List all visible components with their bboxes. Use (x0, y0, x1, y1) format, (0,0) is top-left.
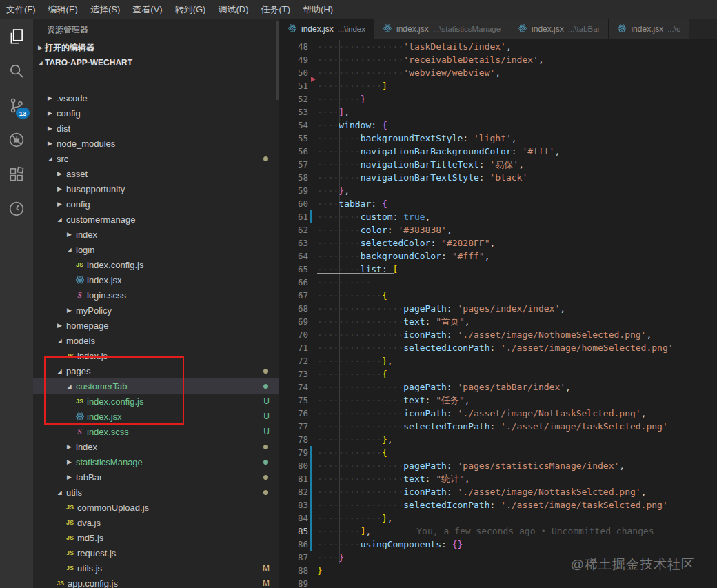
file-label: commonUpload.js (77, 503, 149, 513)
whitespace-dots: ················ (317, 460, 403, 471)
search-icon[interactable] (0, 54, 33, 88)
whitespace-dots: ············ (317, 434, 382, 445)
workspace-root[interactable]: ◢ TARO-APP-WECHART (33, 55, 279, 70)
whitespace-dots: ············ (317, 447, 382, 458)
tree-row-index.js[interactable]: JSindex.js (33, 348, 279, 363)
token: } (361, 94, 366, 104)
open-editors-section[interactable]: ▶ 打开的编辑器 (33, 40, 279, 55)
line-number: 50 (279, 66, 308, 79)
menu-item-7[interactable]: 任务(T) (254, 0, 296, 19)
code-line-58: 58········navigationBarTextStyle: 'black… (279, 171, 717, 184)
whitespace-dots: ········ (317, 172, 361, 183)
tree-row-busopportunity[interactable]: ▶busopportunity (33, 181, 279, 196)
menu-item-4[interactable]: 查看(V) (126, 0, 168, 19)
tree-row-commonUpload.js[interactable]: JScommonUpload.js (33, 500, 279, 515)
menu-item-2[interactable]: 编辑(E) (42, 0, 84, 19)
whitespace-dots: ········ (317, 225, 361, 235)
token: } (382, 434, 387, 445)
tree-row-utils.js[interactable]: JSutils.jsM (33, 560, 279, 576)
code-line-76: 76················iconPath: './asset/ima… (279, 407, 717, 420)
line-content: ····], (312, 105, 350, 119)
code-line-65: 65········list: [ (279, 263, 717, 276)
tree-row-dva.js[interactable]: JSdva.js (33, 515, 279, 530)
token: navigationBarTextStyle (361, 172, 479, 183)
tab-3[interactable]: index.jsx...\tabBar (509, 19, 609, 39)
line-content: ····window: { (312, 119, 387, 132)
whitespace-dots: ········ (317, 159, 361, 170)
tree-row-src[interactable]: ◢src (33, 151, 279, 166)
sidebar-scrollbar[interactable] (276, 21, 279, 100)
menu-item-5[interactable]: 转到(G) (169, 0, 212, 19)
whitespace-dots: ········ (317, 264, 361, 274)
tree-row-homepage[interactable]: ▶homepage (33, 318, 279, 333)
menu-item-8[interactable]: 帮助(H) (296, 0, 339, 19)
tree-row-models[interactable]: ◢models (33, 333, 279, 348)
token: backgroundTextStyle (361, 133, 463, 143)
tree-row-index[interactable]: ▶index (33, 439, 279, 454)
tree-row-dist[interactable]: ▶dist (33, 121, 279, 136)
tree-row-index.config.js[interactable]: JSindex.config.js (33, 257, 279, 272)
tree-row-customerTab[interactable]: ◢customerTab (33, 378, 279, 394)
tree-row-statisticsManage[interactable]: ▶statisticsManage (33, 454, 279, 469)
tree-row-tabBar[interactable]: ▶tabBar (33, 469, 279, 485)
tree-row-app.config.js[interactable]: JSapp.config.jsM (33, 576, 279, 588)
code-line-54: 54····window: { (279, 119, 717, 132)
token: selectedIconPath (403, 343, 489, 353)
tree-row-index.config.js[interactable]: JSindex.config.jsU (33, 394, 279, 409)
tab-1[interactable]: index.jsx...\index (279, 19, 374, 39)
js-file-icon: JS (65, 352, 75, 359)
source-control-icon[interactable]: 13 (0, 88, 33, 123)
token: , (465, 316, 470, 327)
menu-item-6[interactable]: 调试(D) (212, 0, 254, 19)
line-number: 75 (279, 394, 308, 407)
line-content: ············}, (312, 354, 393, 367)
tree-row-request.js[interactable]: JSrequest.js (33, 545, 279, 560)
tree-row-index.scss[interactable]: Sindex.scssU (33, 424, 279, 439)
tree-row-asset[interactable]: ▶asset (33, 166, 279, 181)
tree-row-.vscode[interactable]: ▶.vscode (33, 90, 279, 105)
line-number: 71 (279, 341, 308, 354)
tree-row-index.jsx[interactable]: index.jsxU (33, 409, 279, 424)
tree-row-node_modules[interactable]: ▶node_modules (33, 136, 279, 151)
tree-row-md5.js[interactable]: JSmd5.js (33, 530, 279, 545)
line-number: 74 (279, 381, 308, 394)
tab-2[interactable]: index.jsx...\statisticsManage (374, 19, 509, 39)
extensions-icon[interactable] (0, 157, 33, 192)
clock-icon[interactable] (0, 192, 33, 226)
token: { (382, 120, 387, 130)
tree-row-pages[interactable]: ◢pages (33, 363, 279, 378)
tab-4[interactable]: index.jsx...\c (609, 19, 689, 39)
tree-row-myPolicy[interactable]: ▶myPolicy (33, 303, 279, 318)
chevron-right-icon: ▶ (46, 94, 54, 101)
token: text (403, 395, 425, 405)
whitespace-dots: ················ (317, 303, 403, 314)
token: "任务" (436, 395, 465, 405)
tree-row-login.scss[interactable]: Slogin.scss (33, 287, 279, 303)
code-line-59: 59····}, (279, 184, 717, 197)
token: } (382, 356, 387, 366)
tree-row-utils[interactable]: ◢utils (33, 485, 279, 500)
tree-row-index[interactable]: ▶index (33, 227, 279, 242)
tree-row-config[interactable]: ▶config (33, 196, 279, 212)
watermark: @稀土掘金技术社区 (571, 556, 695, 574)
token: list (361, 264, 382, 274)
token: 'receivableDetails/index' (403, 54, 538, 65)
tree-row-index.jsx[interactable]: index.jsx (33, 272, 279, 287)
debug-disabled-icon[interactable] (0, 123, 33, 157)
line-number: 59 (279, 184, 308, 197)
code-area[interactable]: 48················'taskDetails/index',49… (279, 40, 717, 588)
line-content: ················'webview/webview', (312, 66, 501, 79)
gutter-spacer (310, 577, 312, 588)
tree-row-login[interactable]: ◢login (33, 242, 279, 257)
chevron-right-icon: ▶ (46, 125, 54, 132)
line-content: ········],You, a few seconds ago • Uncom… (312, 525, 654, 538)
menu-item-3[interactable]: 选择(S) (84, 0, 126, 19)
explorer-icon[interactable] (0, 19, 33, 54)
line-content: ················iconPath: './asset/image… (312, 328, 652, 341)
code-line-74: 74················pagePath: 'pages/tabBa… (279, 381, 717, 394)
menu-item-1[interactable]: 文件(F) (0, 0, 42, 19)
tree-row-customermanage[interactable]: ◢customermanage (33, 212, 279, 227)
tree-row-config[interactable]: ▶config (33, 105, 279, 121)
line-number: 57 (279, 158, 308, 171)
line-content: ············}, (312, 433, 393, 446)
